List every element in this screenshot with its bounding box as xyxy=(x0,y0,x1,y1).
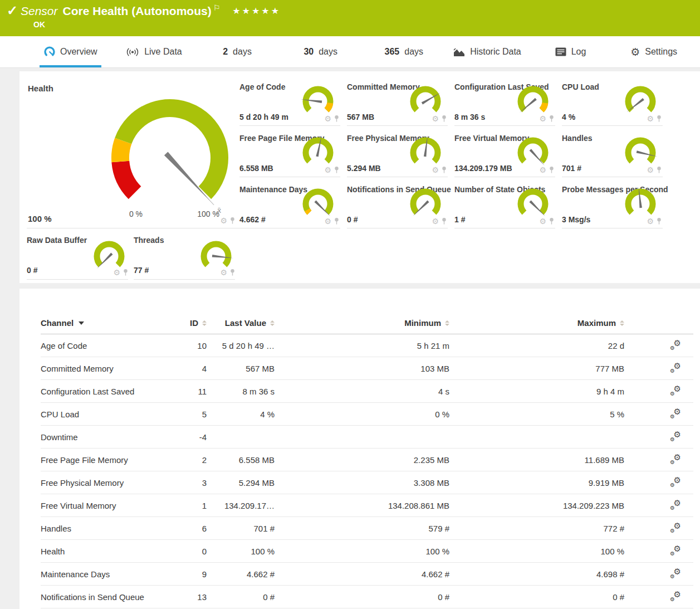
cell-channel[interactable]: Downtime xyxy=(41,432,168,442)
cell-last-value: 4 % xyxy=(207,410,290,419)
pin-icon[interactable] xyxy=(334,167,339,173)
pin-icon[interactable] xyxy=(549,167,554,173)
table-row-committed-memory[interactable]: Committed Memory 4 567 MB 103 MB 777 MB … xyxy=(41,357,693,380)
table-row-free-page-file-memory[interactable]: Free Page File Memory 2 6.558 MB 2.235 M… xyxy=(41,449,693,471)
cell-minimum: 134.208.861 MB xyxy=(290,501,465,510)
pin-icon[interactable] xyxy=(442,115,447,122)
table-row-configuration-last-saved[interactable]: Configuration Last Saved 11 8 m 36 s 4 s… xyxy=(41,380,693,403)
flag-icon[interactable]: ⚐ xyxy=(213,3,221,12)
cell-maximum: 100 % xyxy=(465,547,640,556)
tab-30-days[interactable]: 30days xyxy=(279,36,363,67)
gauge-cell-free-physical-memory: Free Physical Memory 5.294 MB ⚙ xyxy=(347,126,448,177)
table-row-handles[interactable]: Handles 6 701 # 579 # 772 # ⚙ ⚙ xyxy=(41,517,693,540)
channel-settings-icon[interactable]: ⚙ ⚙ xyxy=(670,409,681,420)
channel-settings-icon[interactable]: ⚙ ⚙ xyxy=(670,363,681,374)
gauge-settings-icon[interactable]: ⚙ xyxy=(647,115,654,123)
pin-icon[interactable] xyxy=(657,218,662,225)
gauge-settings-icon[interactable]: ⚙ xyxy=(432,217,439,225)
pin-icon[interactable] xyxy=(657,167,662,173)
gauge-settings-icon[interactable]: ⚙ xyxy=(324,115,331,123)
pin-icon[interactable] xyxy=(334,218,339,225)
gauge-value: 100 % xyxy=(28,214,52,223)
tab-historic-data[interactable]: Historic Data xyxy=(446,36,529,67)
priority-stars[interactable]: ★★★★★ xyxy=(232,6,281,16)
cell-id: -4 xyxy=(168,432,207,442)
channel-settings-icon[interactable]: ⚙ ⚙ xyxy=(670,478,681,488)
gauge-value: 0 # xyxy=(347,215,358,224)
gauge-settings-icon[interactable]: ⚙ xyxy=(220,217,227,225)
object-kind-label: Sensor xyxy=(21,4,58,17)
tab-2-days[interactable]: 2days xyxy=(195,36,279,67)
gauge-settings-icon[interactable]: ⚙ xyxy=(432,166,439,174)
pin-icon[interactable] xyxy=(549,218,554,225)
column-header-id[interactable]: ID xyxy=(168,318,207,328)
mini-gauge xyxy=(408,85,443,117)
cell-channel[interactable]: Health xyxy=(41,547,168,556)
cell-last-value: 100 % xyxy=(207,547,290,556)
channel-settings-icon[interactable]: ⚙ ⚙ xyxy=(670,500,681,511)
cell-channel[interactable]: Configuration Last Saved xyxy=(41,387,168,396)
cell-channel[interactable]: Notifications in Send Queue xyxy=(41,592,168,602)
pin-icon[interactable] xyxy=(230,217,235,224)
pin-icon[interactable] xyxy=(123,269,128,276)
column-header-maximum[interactable]: Maximum xyxy=(465,318,640,328)
mini-gauge xyxy=(198,240,234,272)
pin-icon[interactable] xyxy=(442,218,447,225)
cell-channel[interactable]: Free Virtual Memory xyxy=(41,501,168,510)
gauge-settings-icon[interactable]: ⚙ xyxy=(539,217,546,225)
channel-settings-icon[interactable]: ⚙ ⚙ xyxy=(670,386,681,397)
gauge-settings-icon[interactable]: ⚙ xyxy=(539,115,546,123)
channel-settings-icon[interactable]: ⚙ ⚙ xyxy=(670,546,681,557)
pin-icon[interactable] xyxy=(334,115,339,122)
cell-channel[interactable]: Maintenance Days xyxy=(41,569,168,579)
tab-overview[interactable]: Overview xyxy=(29,36,112,67)
table-row-free-virtual-memory[interactable]: Free Virtual Memory 1 134.209.17… 134.20… xyxy=(41,494,693,517)
cell-channel[interactable]: Free Physical Memory xyxy=(41,478,168,488)
cell-channel[interactable]: Age of Code xyxy=(41,341,168,350)
column-header-minimum[interactable]: Minimum xyxy=(290,318,465,328)
gauge-value: 5 d 20 h 49 m xyxy=(239,113,288,121)
channel-settings-icon[interactable]: ⚙ ⚙ xyxy=(670,523,681,534)
gauge-settings-icon[interactable]: ⚙ xyxy=(324,166,331,174)
gauge-title: Raw Data Buffer xyxy=(27,236,87,245)
cell-channel[interactable]: Handles xyxy=(41,524,168,533)
tab-365-days[interactable]: 365days xyxy=(363,36,446,67)
cell-channel[interactable]: Committed Memory xyxy=(41,364,168,373)
pin-icon[interactable] xyxy=(657,115,662,122)
table-row-free-physical-memory[interactable]: Free Physical Memory 3 5.294 MB 3.308 MB… xyxy=(41,471,693,494)
cell-channel[interactable]: CPU Load xyxy=(41,410,168,419)
channel-settings-icon[interactable]: ⚙ ⚙ xyxy=(670,432,681,442)
channel-settings-icon[interactable]: ⚙ ⚙ xyxy=(670,569,681,579)
gauge-settings-icon[interactable]: ⚙ xyxy=(647,217,654,225)
channel-settings-icon[interactable]: ⚙ ⚙ xyxy=(670,455,681,465)
gauge-settings-icon[interactable]: ⚙ xyxy=(432,115,439,123)
tab-log[interactable]: Log xyxy=(529,36,613,67)
channel-settings-icon[interactable]: ⚙ ⚙ xyxy=(670,340,681,351)
gauge-settings-icon[interactable]: ⚙ xyxy=(539,166,546,174)
tab-live-data[interactable]: Live Data xyxy=(112,36,196,67)
column-header-last-value[interactable]: Last Value xyxy=(207,318,290,328)
pin-icon[interactable] xyxy=(230,269,235,276)
table-row-cpu-load[interactable]: CPU Load 5 4 % 0 % 5 % ⚙ ⚙ xyxy=(41,403,693,426)
gauge-settings-icon[interactable]: ⚙ xyxy=(220,269,227,276)
table-row-downtime[interactable]: Downtime -4 ⚙ ⚙ xyxy=(41,426,693,449)
channel-settings-icon[interactable]: ⚙ ⚙ xyxy=(670,592,681,602)
gauge-actions: ⚙ xyxy=(432,115,447,123)
cell-channel[interactable]: Free Page File Memory xyxy=(41,455,168,465)
cell-actions: ⚙ ⚙ xyxy=(640,523,693,534)
tab-prefix: 30 xyxy=(304,47,314,57)
pin-icon[interactable] xyxy=(442,167,447,173)
table-row-health[interactable]: Health 0 100 % 100 % 100 % ⚙ ⚙ xyxy=(41,540,693,563)
gauge-settings-icon[interactable]: ⚙ xyxy=(647,166,654,174)
column-header-channel[interactable]: Channel xyxy=(41,318,168,328)
tab-label: Historic Data xyxy=(470,47,521,57)
gauge-settings-icon[interactable]: ⚙ xyxy=(324,217,331,225)
gauge-value: 4 % xyxy=(562,113,575,121)
pin-icon[interactable] xyxy=(549,115,554,122)
tab-settings[interactable]: ⚙Settings xyxy=(612,36,696,67)
gauge-title: Threads xyxy=(134,236,164,245)
table-row-notifications-in-send-queue[interactable]: Notifications in Send Queue 13 0 # 0 # 0… xyxy=(41,586,693,608)
table-row-maintenance-days[interactable]: Maintenance Days 9 4.662 # 4.662 # 4.698… xyxy=(41,563,693,586)
table-row-age-of-code[interactable]: Age of Code 10 5 d 20 h 49 … 5 h 21 m 22… xyxy=(41,334,693,357)
gauge-settings-icon[interactable]: ⚙ xyxy=(113,269,120,276)
